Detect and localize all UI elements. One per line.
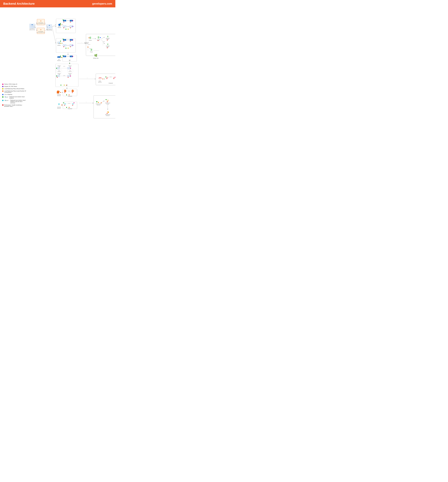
legend-item-roundrobin: Load Balancing Policy (Round Robin) [2,88,26,89]
header-site: gevelopers.com [92,2,112,5]
svg-text:API: API [59,74,60,75]
svg-text:⚙: ⚙ [40,20,41,22]
legend-item-replicas: 1 to n Replicas [2,94,26,95]
svg-rect-248 [94,95,115,118]
svg-text:API: API [64,56,65,57]
svg-point-56 [65,29,66,30]
svg-text:API Gateway: API Gateway [38,31,43,32]
svg-text:✦: ✦ [48,24,50,27]
rabbitmq-backend-icon: Rabbitmq Backend [57,90,61,96]
svg-text:1 to x: 1 to x [69,70,71,71]
svg-text:✕: ✕ [64,28,64,28]
svg-point-156 [60,92,61,93]
svg-point-93 [60,56,61,56]
svg-text:Admin: Admin [58,26,61,27]
svg-line-270 [52,25,56,27]
svg-text:🗃: 🗃 [99,76,102,80]
svg-point-32 [61,24,61,25]
svg-point-199 [100,37,101,38]
svg-text:V: V [64,103,66,105]
svg-text:Mongos: Mongos [89,40,92,41]
svg-text:1 to n: 1 to n [34,27,36,28]
api-gateway-bottom: ⚙ API Gateway (With Authorisation Server… [37,28,45,34]
svg-text:✕: ✕ [107,47,107,48]
svg-text:Backend: Backend [85,43,88,44]
svg-text:🗄: 🗄 [89,37,91,39]
svg-line-254 [101,101,104,103]
svg-point-83 [72,45,73,46]
svg-text:🌿: 🌿 [94,54,97,57]
legend-item-leastconn: Load Balancing Policy (Least Number Of C… [2,90,26,93]
svg-text:API: API [68,68,70,69]
svg-text:ElasticSearch: ElasticSearch [96,103,101,104]
header: Backend Architecture gevelopers.com [0,0,115,8]
svg-point-51 [72,26,73,27]
architecture-diagram: ✦ ⬡ Load Balancer (HAProxy / ELB) 1 to n… [28,9,115,128]
svg-point-177 [61,105,62,105]
svg-text:✕: ✕ [57,77,57,78]
svg-point-57 [68,29,69,30]
svg-text:API: API [59,66,60,67]
svg-text:Modules: Modules [69,71,72,72]
svg-text:Redis: Redis [99,81,101,82]
svg-point-257 [106,99,106,100]
svg-text:📊: 📊 [58,42,60,44]
svg-text:Cluster: Cluster [106,104,109,105]
svg-text:API: API [70,66,71,67]
svg-text:🗄: 🗄 [90,49,93,51]
svg-text:✕: ✕ [70,47,71,47]
svg-point-72 [72,39,73,40]
svg-text:✕: ✕ [65,92,65,93]
svg-text:API: API [64,20,65,21]
legend-label-python: Python, PHP & Node JS [4,84,17,85]
svg-text:1 to x: 1 to x [58,70,60,71]
svg-text:MongoDB: MongoDB [106,38,110,39]
svg-point-180 [63,102,64,103]
svg-text:◎: ◎ [107,99,109,102]
svg-point-170 [66,94,67,95]
svg-text:✕: ✕ [70,22,71,23]
svg-text:API: API [58,59,60,60]
svg-point-195 [88,37,89,38]
svg-text:Mongo DB: Mongo DB [84,42,88,43]
svg-text:Shard: Shard [107,39,109,40]
legend-label-microservices: Deployed over docker/ cloud instance (ca… [10,100,26,103]
svg-text:(With Authorisation Server): (With Authorisation Server) [37,32,45,33]
svg-text:API: API [57,76,59,77]
svg-text:✕: ✕ [64,47,64,47]
svg-text:🗄: 🗄 [97,36,100,39]
svg-point-115 [56,68,57,69]
svg-rect-152 [59,91,60,92]
svg-text:Vernemq: Vernemq [57,107,61,108]
svg-text:🗄: 🗄 [107,36,109,38]
svg-text:UI: UI [64,45,65,46]
svg-text:Clustered: Clustered [109,83,113,84]
svg-text:UI: UI [71,26,72,27]
svg-text:(HAProxy / ELB): (HAProxy / ELB) [29,30,35,31]
svg-text:API Gateway: API Gateway [38,22,43,23]
svg-text:👤: 👤 [59,24,60,26]
svg-line-271 [52,27,56,43]
svg-text:UI: UI [71,45,72,46]
svg-text:Backend: Backend [98,82,102,83]
svg-point-98 [61,57,62,58]
legend-item-python: Python, PHP & Node JS [2,84,26,85]
svg-text:⬡: ⬡ [32,26,32,27]
svg-point-165 [72,90,73,90]
svg-text:✕: ✕ [107,113,107,114]
svg-text:›: › [87,77,88,79]
svg-text:✕: ✕ [64,22,64,23]
api-gateway-top: ⚙ API Gateway (With Authorisation Server… [37,19,45,25]
legend-item-health: ✕ Performance / Health monitoring ( Isom… [2,104,26,107]
svg-point-67 [63,39,64,39]
svg-text:(HAProxy / ELB): (HAProxy / ELB) [47,30,52,31]
svg-text:Backend: Backend [57,108,61,109]
svg-text:Clustered: Clustered [68,96,72,97]
svg-point-64 [61,43,61,44]
svg-point-40 [72,20,73,21]
svg-point-146 [64,85,65,86]
svg-text:1 to n: 1 to n [88,44,90,45]
svg-text:✕: ✕ [107,78,107,79]
svg-line-5 [35,23,37,26]
svg-point-236 [105,77,106,78]
